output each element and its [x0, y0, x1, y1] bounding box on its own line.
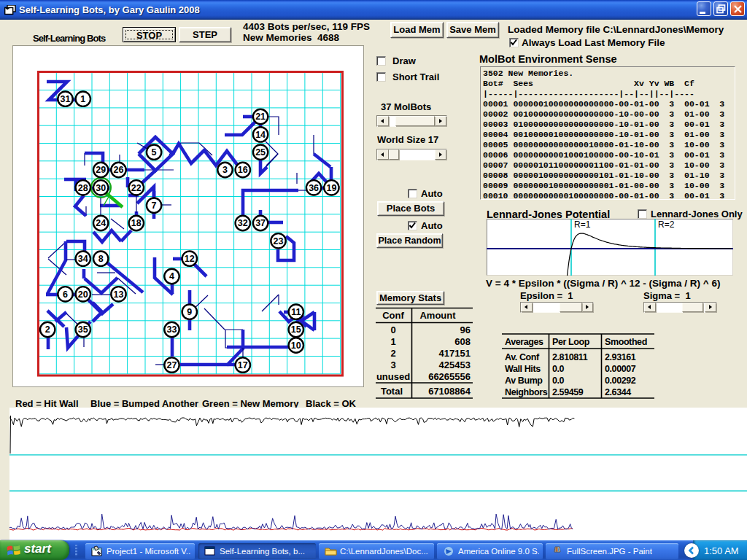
svg-text:37: 37	[255, 218, 266, 228]
svg-text:608: 608	[454, 336, 471, 347]
svg-text:2: 2	[390, 348, 395, 359]
svg-text:14: 14	[255, 130, 266, 140]
svg-text:3: 3	[222, 165, 228, 175]
svg-text:9: 9	[187, 307, 192, 317]
svg-text:34: 34	[78, 254, 88, 264]
svg-text:1: 1	[390, 336, 395, 347]
svg-text:5: 5	[152, 147, 157, 158]
svg-text:13: 13	[114, 289, 124, 300]
svg-text:0.0: 0.0	[552, 364, 565, 374]
svg-text:Av Bump: Av Bump	[505, 376, 543, 386]
svg-text:2.59459: 2.59459	[552, 387, 584, 397]
svg-text:2.810811: 2.810811	[552, 352, 588, 362]
svg-text:16: 16	[238, 165, 248, 175]
svg-text:R=1: R=1	[574, 219, 591, 230]
svg-text:Av. Conf: Av. Conf	[505, 352, 540, 362]
svg-text:29: 29	[96, 165, 106, 175]
svg-text:22: 22	[131, 183, 142, 193]
svg-text:12: 12	[185, 254, 195, 264]
svg-text:67108864: 67108864	[428, 386, 471, 397]
svg-text:2.93161: 2.93161	[605, 352, 636, 362]
svg-text:2: 2	[45, 324, 50, 335]
svg-text:10: 10	[291, 341, 301, 351]
svg-text:35: 35	[78, 324, 88, 335]
svg-text:18: 18	[131, 218, 142, 228]
svg-text:425453: 425453	[439, 359, 471, 370]
svg-text:Averages: Averages	[505, 337, 543, 347]
svg-text:26: 26	[114, 165, 124, 175]
svg-text:32: 32	[238, 218, 248, 228]
svg-text:36: 36	[309, 183, 319, 193]
svg-text:Smoothed: Smoothed	[605, 337, 647, 347]
svg-text:6: 6	[63, 289, 68, 300]
svg-text:31: 31	[61, 94, 71, 104]
svg-text:Wall Hits: Wall Hits	[505, 364, 541, 374]
svg-text:27: 27	[167, 360, 177, 370]
svg-text:Per Loop: Per Loop	[552, 337, 590, 347]
svg-text:Conf: Conf	[382, 310, 404, 321]
svg-text:2.6344: 2.6344	[605, 387, 631, 397]
svg-text:33: 33	[167, 324, 177, 335]
svg-text:25: 25	[255, 147, 266, 158]
svg-text:23: 23	[274, 236, 284, 246]
svg-text:0.00292: 0.00292	[605, 376, 636, 386]
svg-text:4: 4	[169, 271, 174, 281]
svg-text:96: 96	[460, 324, 471, 335]
svg-text:17: 17	[238, 360, 248, 370]
svg-text:11: 11	[291, 307, 301, 317]
svg-text:21: 21	[255, 112, 266, 122]
svg-text:1: 1	[80, 94, 85, 104]
svg-text:30: 30	[96, 183, 106, 193]
svg-text:417151: 417151	[439, 348, 471, 359]
svg-text:8: 8	[98, 254, 104, 264]
svg-text:3: 3	[390, 359, 395, 370]
svg-text:24: 24	[96, 218, 106, 228]
svg-text:Neighbors: Neighbors	[505, 387, 548, 397]
svg-text:7: 7	[152, 201, 157, 211]
svg-text:28: 28	[78, 183, 88, 193]
svg-text:20: 20	[78, 289, 88, 300]
svg-text:66265556: 66265556	[428, 371, 471, 382]
svg-text:0.00007: 0.00007	[605, 364, 636, 374]
svg-text:Amount: Amount	[419, 310, 456, 321]
svg-text:R=2: R=2	[658, 219, 675, 230]
svg-text:19: 19	[326, 183, 336, 193]
svg-text:0.0: 0.0	[552, 376, 565, 386]
svg-text:Total: Total	[381, 386, 403, 397]
svg-text:0: 0	[390, 324, 395, 335]
svg-text:15: 15	[291, 324, 301, 335]
svg-text:unused: unused	[376, 371, 410, 382]
